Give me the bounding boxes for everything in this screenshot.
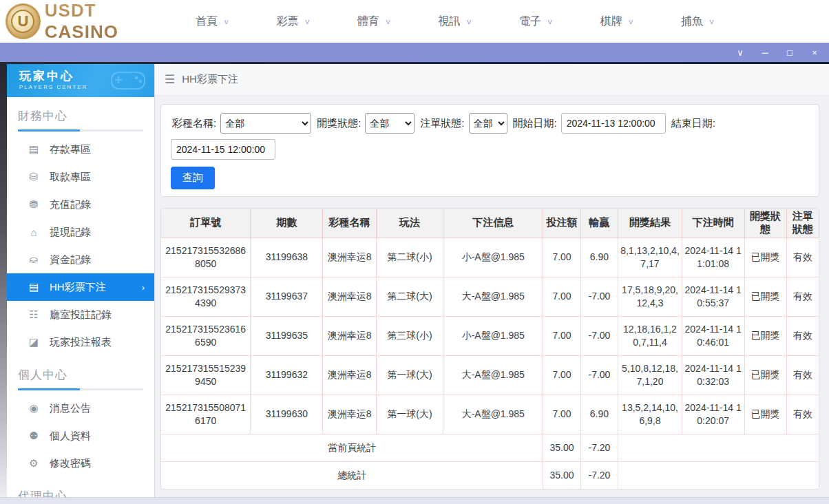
nav-item-1[interactable]: 彩票∨ bbox=[253, 14, 335, 29]
player-report-icon: ◪ bbox=[28, 336, 40, 348]
cell-r4-c1: 31199630 bbox=[251, 395, 323, 434]
sidebar-section-label: 代理中心 bbox=[18, 488, 143, 497]
nav-item-label: 電子 bbox=[519, 14, 541, 29]
cell-r3-c5: 7.00 bbox=[543, 355, 580, 395]
cell-r3-c0: 2152173155152399450 bbox=[161, 355, 251, 395]
chevron-down-icon: ∨ bbox=[547, 17, 554, 25]
sidebar-item-充值記錄[interactable]: ⛃充值記錄 bbox=[7, 191, 154, 218]
nav-item-5[interactable]: 棋牌∨ bbox=[577, 14, 658, 29]
cell-r0-c8: 2024-11-14 11:01:08 bbox=[682, 238, 744, 277]
sidebar-item-label: 廳室投註記錄 bbox=[50, 308, 112, 322]
cell-r3-c10: 有效 bbox=[786, 355, 819, 395]
summary-bet-total: 35.00 bbox=[543, 434, 580, 461]
sidebar-section-label: 財務中心 bbox=[18, 108, 143, 124]
summary-label: 總統計 bbox=[161, 461, 543, 489]
cell-r3-c1: 31199632 bbox=[251, 355, 323, 395]
cell-r1-c3: 第二球(大) bbox=[376, 277, 443, 316]
nav-item-0[interactable]: 首頁∨ bbox=[172, 14, 253, 29]
cell-r2-c1: 31199635 bbox=[251, 316, 323, 355]
column-header-9: 開獎狀態 bbox=[744, 209, 786, 238]
minimize-icon[interactable]: ─ bbox=[756, 45, 774, 60]
expand-chevron-icon[interactable]: ∨ bbox=[731, 45, 749, 60]
start-date-input[interactable] bbox=[561, 113, 666, 134]
table-header-row: 訂單號期數彩種名稱玩法下注信息投注額輸贏開獎結果下注時間開獎狀態注單狀態 bbox=[161, 209, 819, 238]
search-button[interactable]: 查詢 bbox=[171, 167, 215, 189]
summary-label: 當前頁統計 bbox=[161, 434, 543, 461]
logo-ball-icon: U bbox=[6, 3, 41, 39]
sidebar-item-修改密碼[interactable]: ⚙修改密碼 bbox=[7, 450, 154, 477]
menu-hamburger-icon[interactable]: ☰ bbox=[165, 72, 175, 87]
sidebar-section-head-1: 個人中心 bbox=[7, 356, 154, 395]
column-header-1: 期數 bbox=[251, 209, 323, 238]
nav-item-4[interactable]: 電子∨ bbox=[496, 14, 577, 29]
logo-letter: U bbox=[11, 10, 34, 33]
cell-r3-c4: 大-A盤@1.985 bbox=[443, 355, 543, 395]
draw-status-select[interactable]: 全部 bbox=[365, 113, 414, 134]
cell-r2-c9: 已開獎 bbox=[744, 316, 786, 355]
left-edge-shadow bbox=[0, 64, 7, 497]
cell-r4-c8: 2024-11-14 10:20:07 bbox=[682, 395, 744, 434]
column-header-10: 注單狀態 bbox=[786, 209, 819, 238]
cell-r1-c9: 已開獎 bbox=[744, 277, 786, 316]
cell-r2-c2: 澳洲幸运8 bbox=[323, 316, 376, 355]
lottery-name-label: 彩種名稱: bbox=[172, 117, 216, 130]
summary-win-loss: -7.20 bbox=[580, 461, 618, 489]
cell-r4-c2: 澳洲幸运8 bbox=[323, 395, 376, 434]
summary-empty bbox=[618, 461, 819, 489]
sidebar-item-label: 取款專區 bbox=[50, 171, 91, 184]
column-header-8: 下注時間 bbox=[682, 209, 744, 238]
close-icon[interactable]: × bbox=[806, 45, 823, 60]
main-area: ☰ HH彩票下注 彩種名稱: 全部 開獎狀態: 全部 注單狀態 bbox=[155, 64, 829, 497]
nav-item-3[interactable]: 視訊∨ bbox=[415, 14, 496, 29]
cell-r3-c9: 已開獎 bbox=[744, 355, 786, 395]
chevron-down-icon: ∨ bbox=[223, 17, 230, 25]
sidebar-item-消息公告[interactable]: ◉消息公告 bbox=[7, 395, 154, 422]
sidebar-item-HH彩票下注[interactable]: ▤HH彩票下注› bbox=[7, 273, 154, 301]
sidebar-item-資金記錄[interactable]: ⛀資金記錄 bbox=[7, 246, 154, 273]
main-nav: 首頁∨彩票∨體育∨視訊∨電子∨棋牌∨捕魚∨ bbox=[172, 14, 739, 29]
maximize-icon[interactable]: □ bbox=[781, 45, 799, 60]
nav-item-2[interactable]: 體育∨ bbox=[334, 14, 415, 29]
end-date-input[interactable] bbox=[171, 139, 275, 160]
nav-item-label: 首頁 bbox=[196, 14, 218, 29]
cell-r1-c6: -7.00 bbox=[580, 277, 618, 316]
cell-r2-c10: 有效 bbox=[786, 316, 819, 355]
cell-r2-c0: 2152173155236166590 bbox=[161, 316, 251, 355]
sidebar-item-取款專區[interactable]: ⛁取款專區 bbox=[7, 163, 154, 191]
column-header-2: 彩種名稱 bbox=[323, 209, 376, 238]
chevron-right-icon: › bbox=[142, 282, 145, 293]
cell-r1-c4: 大-A盤@1.985 bbox=[443, 277, 543, 316]
end-date-label: 結束日期: bbox=[671, 117, 715, 130]
chevron-down-icon: ∨ bbox=[385, 17, 392, 25]
sidebar-item-label: 玩家投注報表 bbox=[50, 336, 112, 349]
chevron-down-icon: ∨ bbox=[628, 17, 635, 25]
nav-item-label: 棋牌 bbox=[600, 14, 622, 29]
cell-r2-c5: 7.00 bbox=[543, 316, 580, 355]
cell-r0-c9: 已開獎 bbox=[744, 238, 786, 277]
nav-item-6[interactable]: 捕魚∨ bbox=[658, 14, 739, 29]
summary-win-loss: -7.20 bbox=[580, 434, 618, 461]
window-titlebar: ∨─□× bbox=[0, 43, 829, 62]
sidebar-item-存款專區[interactable]: ▤存款專區 bbox=[7, 136, 154, 163]
sidebar-item-個人資料[interactable]: ⚉個人資料 bbox=[7, 422, 154, 450]
sidebar-section-head-0: 財務中心 bbox=[7, 97, 154, 136]
section-underline bbox=[18, 388, 143, 390]
cell-r4-c3: 第一球(大) bbox=[376, 395, 443, 434]
cell-r4-c6: 6.90 bbox=[580, 395, 618, 434]
table-row: 215217315529373439031199637澳洲幸运8第二球(大)大-… bbox=[161, 277, 819, 316]
nav-item-label: 捕魚 bbox=[681, 14, 703, 29]
sidebar-item-提現記錄[interactable]: ⌂提現記錄 bbox=[7, 218, 154, 246]
sidebar-item-廳室投註記錄[interactable]: ☷廳室投註記錄 bbox=[7, 301, 154, 328]
nav-item-label: 彩票 bbox=[277, 14, 299, 29]
password-icon: ⚙ bbox=[28, 457, 40, 470]
column-header-7: 開獎結果 bbox=[618, 209, 682, 238]
chevron-down-icon: ∨ bbox=[709, 17, 715, 25]
bet-status-select[interactable]: 全部 bbox=[469, 113, 507, 134]
sidebar-item-label: 提現記錄 bbox=[50, 226, 91, 239]
sidebar-item-玩家投注報表[interactable]: ◪玩家投注報表 bbox=[7, 328, 154, 356]
sidebar-item-label: 存款專區 bbox=[50, 143, 91, 156]
section-underline bbox=[18, 129, 143, 132]
lottery-name-select[interactable]: 全部 bbox=[220, 113, 311, 134]
cell-r1-c2: 澳洲幸运8 bbox=[323, 277, 376, 316]
cell-r3-c8: 2024-11-14 10:32:03 bbox=[682, 355, 744, 395]
